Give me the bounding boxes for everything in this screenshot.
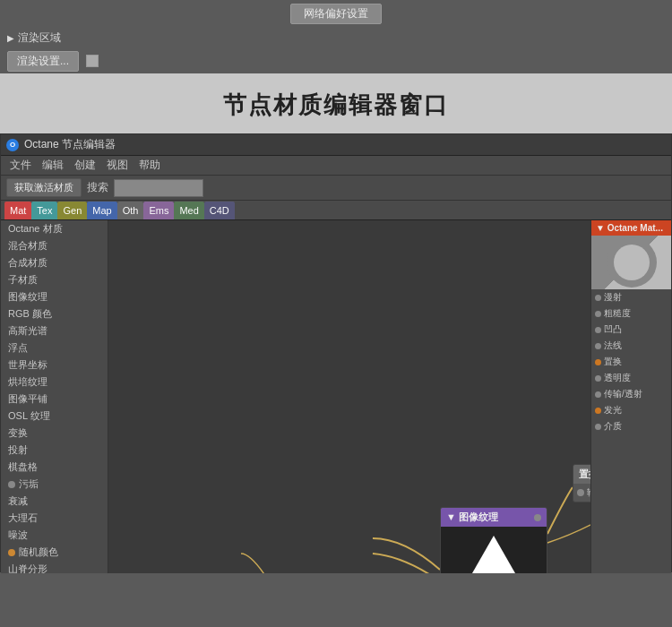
port-input: 输入: [573, 485, 590, 500]
right-port-emission: 发光: [591, 402, 671, 418]
right-port-opacity: 透明度: [591, 370, 671, 386]
thumbnail-svg: [591, 236, 671, 289]
tab-med[interactable]: Med: [174, 202, 203, 219]
node-displacement[interactable]: 置换 输入 ⊞: [573, 464, 590, 502]
sidebar-item-blend-material[interactable]: 混合材质: [1, 237, 108, 254]
right-port-dot-bump: [595, 327, 601, 333]
sidebar-item-projection[interactable]: 投射: [1, 442, 108, 459]
sidebar-item-float[interactable]: 浮点: [1, 339, 108, 356]
render-settings-button[interactable]: 渲染设置...: [7, 51, 79, 72]
node-canvas[interactable]: 置换 输入 ⊞ ▼ 变换: [108, 220, 590, 573]
node-image-texture-1[interactable]: ▼ 图像纹理 强度 变换: [440, 507, 547, 573]
right-port-transmission: 传输/透射: [591, 386, 671, 402]
sidebar-item-gaussian[interactable]: 高斯光谱: [1, 322, 108, 339]
sidebar-item-checkerboard[interactable]: 棋盘格: [1, 459, 108, 476]
node-image-texture-1-label: ▼ 图像纹理: [446, 511, 498, 524]
right-panel: ▼ Octane Mat... 漫射 粗糙度 凹凸: [590, 220, 671, 573]
sidebar-item-dirt[interactable]: 污垢: [1, 476, 108, 493]
sidebar-item-image-texture[interactable]: 图像纹理: [1, 288, 108, 305]
search-input[interactable]: [114, 179, 203, 197]
sidebar-item-sub-material[interactable]: 子材质: [1, 271, 108, 288]
menu-create[interactable]: 创建: [69, 158, 101, 173]
right-port-dot-medium: [595, 424, 601, 430]
octane-icon: O: [6, 139, 19, 151]
right-port-displacement: 置换: [591, 354, 671, 370]
menu-file[interactable]: 文件: [4, 158, 37, 173]
sidebar-item-noise[interactable]: 噪波: [1, 527, 108, 544]
tab-map[interactable]: Map: [87, 202, 116, 219]
render-region-row: 渲染区域: [0, 27, 672, 48]
tab-c4d[interactable]: C4D: [204, 202, 235, 219]
right-port-roughness: 粗糙度: [591, 305, 671, 322]
port-dot-img1-out: [534, 514, 541, 521]
right-panel-thumbnail: [591, 236, 671, 289]
right-port-medium: 介质: [591, 418, 671, 434]
menu-view[interactable]: 视图: [101, 158, 134, 173]
node-image-texture-1-header[interactable]: ▼ 图像纹理: [441, 508, 547, 527]
tab-oth[interactable]: Oth: [117, 202, 144, 219]
svg-point-1: [614, 245, 650, 280]
right-port-dot-displacement: [595, 359, 601, 365]
sidebar-item-falloff[interactable]: 衰减: [1, 493, 108, 510]
sidebar-item-ridge-fractal[interactable]: 山脊分形: [1, 561, 108, 573]
sidebar-item-world-coords[interactable]: 世界坐标: [1, 356, 108, 374]
right-port-dot-emission: [595, 408, 601, 414]
sidebar-item-rgb[interactable]: RGB 颜色: [1, 305, 108, 322]
search-label: 搜索: [87, 180, 108, 195]
right-port-dot-transmission: [595, 391, 601, 398]
node-editor-title: Octane 节点编辑器: [24, 137, 116, 152]
tab-bar: Mat Tex Gen Map Oth Ems Med C4D: [1, 201, 671, 220]
tab-tex[interactable]: Tex: [31, 202, 57, 219]
sidebar-item-transform[interactable]: 变换: [1, 425, 108, 442]
sidebar-dot-dirt: [8, 481, 15, 488]
right-panel-header[interactable]: ▼ Octane Mat...: [591, 220, 671, 236]
node-image-texture-1-thumbnail: [441, 527, 547, 573]
sidebar-item-image-tile[interactable]: 图像平铺: [1, 391, 108, 408]
sidebar-item-octane-material[interactable]: Octane 材质: [1, 220, 108, 237]
node-displacement-header[interactable]: 置换: [573, 465, 590, 484]
sidebar-item-random-color[interactable]: 随机颜色: [1, 544, 108, 561]
top-bar: 网络偏好设置: [0, 0, 672, 27]
tab-mat[interactable]: Mat: [4, 202, 31, 219]
sidebar-item-marble[interactable]: 大理石: [1, 510, 108, 527]
tab-gen[interactable]: Gen: [57, 202, 87, 219]
menu-bar: 文件 编辑 创建 视图 帮助: [1, 156, 671, 176]
right-port-normal: 法线: [591, 338, 671, 354]
render-checkbox[interactable]: [86, 55, 99, 67]
render-settings-row: 渲染设置...: [0, 48, 672, 73]
port-dot-input: [577, 489, 584, 496]
get-active-button[interactable]: 获取激活材质: [6, 178, 82, 197]
right-port-diffuse: 漫射: [591, 289, 671, 305]
sidebar-item-bake-texture[interactable]: 烘培纹理: [1, 374, 108, 391]
render-region-label: 渲染区域: [18, 30, 61, 46]
node-displacement-label: 置换: [579, 468, 590, 481]
sidebar-item-composite-material[interactable]: 合成材质: [1, 254, 108, 271]
sidebar-dot-random: [8, 549, 15, 556]
right-port-bump: 凹凸: [591, 322, 671, 338]
node-editor-titlebar: O Octane 节点编辑器: [1, 134, 671, 156]
sidebar: Octane 材质 混合材质 合成材质 子材质 图像纹理 RGB 颜色 高斯光谱…: [1, 220, 108, 573]
network-settings-button[interactable]: 网络偏好设置: [290, 4, 382, 24]
node-editor-window: O Octane 节点编辑器 文件 编辑 创建 视图 帮助 获取激活材质 搜索 …: [0, 133, 672, 572]
right-panel-title: ▼ Octane Mat...: [596, 223, 663, 233]
toolbar: 获取激活材质 搜索: [1, 176, 671, 201]
right-port-dot-opacity: [595, 375, 601, 382]
right-port-dot-diffuse: [595, 295, 601, 301]
right-port-dot-roughness: [595, 311, 601, 317]
editor-body: Octane 材质 混合材质 合成材质 子材质 图像纹理 RGB 颜色 高斯光谱…: [1, 220, 671, 573]
node-displacement-body: 输入: [573, 484, 590, 502]
triangle-icon: [458, 536, 530, 573]
tab-ems[interactable]: Ems: [143, 202, 174, 219]
main-title: 节点材质编辑器窗口: [0, 73, 672, 133]
menu-help[interactable]: 帮助: [134, 158, 166, 173]
right-port-dot-normal: [595, 343, 601, 349]
menu-edit[interactable]: 编辑: [37, 158, 69, 173]
sidebar-item-osl[interactable]: OSL 纹理: [1, 408, 108, 425]
